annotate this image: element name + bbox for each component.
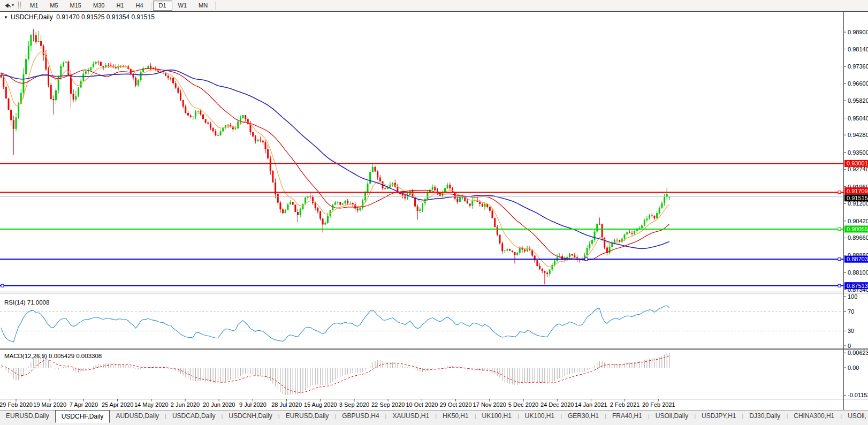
date-label: 2 Feb 2021 [610,401,640,408]
chart-tab-xauusd-h1[interactable]: XAUUSD,H1 [386,411,435,422]
chart-tab-usdjpy-h1[interactable]: USDJPY,H1 [696,411,742,422]
timeframe-button-h1[interactable]: H1 [110,1,130,11]
svg-text:0.00: 0.00 [848,365,859,371]
cursor-tool-button[interactable]: ▾ [2,1,16,10]
timeframe-button-m30[interactable]: M30 [87,1,110,11]
timeframe-button-group: M1M5M15M30H1H4D1W1MN [24,1,217,11]
svg-text:0.93001: 0.93001 [847,160,868,166]
svg-text:0.97360: 0.97360 [848,63,868,70]
svg-text:0.95820: 0.95820 [848,97,868,104]
timeframe-button-mn[interactable]: MN [193,1,214,11]
svg-text:30: 30 [848,328,854,334]
chart-tab-usoil[interactable]: USOil, [842,411,868,422]
chart-tab-usdcnh-daily[interactable]: USDCNH,Daily [223,411,278,422]
timeframe-button-w1[interactable]: W1 [172,1,193,11]
date-label: 14 Jan 2021 [575,401,607,408]
svg-text:0.96600: 0.96600 [848,80,868,87]
chart-tab-eurusd-daily[interactable]: EURUSD,Daily [0,411,55,422]
rsi-label: RSI(14) 71.0008 [4,299,49,306]
chart-tab-fra40-h1[interactable]: FRA40,H1 [606,411,648,422]
chart-tab-usoil-daily[interactable]: USOil,Daily [650,411,694,422]
date-label: 3 Sep 2020 [339,401,369,408]
toolbar-grip[interactable] [18,2,21,9]
svg-text:-0.011534: -0.011534 [848,392,868,398]
chart-arrow-icon [4,2,11,9]
symbol-quote-title: USDCHF,Daily 0.91470 0.91525 0.91354 0.9… [11,13,155,21]
chart-tab-ger30-h1[interactable]: GER30,H1 [562,411,605,422]
macd-label: MACD(12,26,9) 0.005429 0.003308 [4,353,102,359]
line-anchor-handle[interactable] [1,284,4,287]
svg-text:0.92740: 0.92740 [848,166,868,172]
chart-tab-uk100-h1[interactable]: UK100,H1 [476,411,517,422]
chart-tab-eurusd-daily[interactable]: EURUSD,Daily [280,411,335,422]
top-toolbar: ▾ M1M5M15M30H1H4D1W1MN [0,0,868,11]
line-anchor-handle[interactable] [838,191,841,194]
chart-tab-usdchf-daily[interactable]: USDCHF,Daily [55,410,110,423]
svg-text:0.88703: 0.88703 [847,256,868,262]
svg-text:100: 100 [848,293,857,300]
svg-text:0.93500: 0.93500 [848,149,868,156]
chart-tab-gbpusd-h4[interactable]: GBPUSD,H4 [336,411,385,422]
svg-text:0.98140: 0.98140 [848,46,868,52]
svg-text:0.91709: 0.91709 [847,188,868,194]
line-anchor-handle[interactable] [838,227,841,230]
chart-tab-china300-h1[interactable]: CHINA300,H1 [788,411,840,422]
mt4-window: { "toolbar": { "timeframes": ["M1","M5",… [0,0,868,425]
svg-text:70: 70 [848,308,854,315]
date-label: 2 Jun 2020 [171,401,200,408]
date-label: 24 Dec 2020 [540,401,574,408]
svg-text:0: 0 [848,343,851,349]
line-anchor-handle[interactable] [585,258,588,261]
svg-text:0.89660: 0.89660 [848,234,868,241]
date-label: 9 Jul 2020 [239,401,267,408]
timeframe-button-h4[interactable]: H4 [130,1,149,11]
date-label: 22 Sep 2020 [371,401,405,408]
date-label: 19 Mar 2020 [33,401,66,408]
svg-text:0.90420: 0.90420 [848,218,868,224]
date-label: 25 Apr 2020 [102,401,133,408]
date-label: 15 Aug 2020 [304,401,337,408]
chevron-down-icon: ▾ [12,3,14,8]
svg-text:0.91515: 0.91515 [847,195,868,201]
line-anchor-handle[interactable] [838,258,841,261]
svg-text:0.87513: 0.87513 [847,283,868,289]
timeframe-button-d1[interactable]: D1 [153,1,172,11]
timeframe-button-m1[interactable]: M1 [24,1,44,11]
chart-tab-usdcad-daily[interactable]: USDCAD,Daily [166,411,222,422]
chart-tab-bar: EURUSD,DailyUSDCHF,DailyAUDUSD,Daily|USD… [0,410,868,425]
date-label: 17 Nov 2020 [473,401,506,408]
date-label: 20 Feb 2021 [642,401,675,408]
svg-text:0.98900: 0.98900 [848,29,868,35]
chart-canvas[interactable]: 0.989000.981400.973600.966000.958200.950… [0,11,868,410]
svg-text:0.95040: 0.95040 [848,115,868,122]
chart-tab-dj30-daily[interactable]: DJ30,Daily [743,411,786,422]
timeframe-button-m15[interactable]: M15 [64,1,87,11]
chart-tab-uk100-h1[interactable]: UK100,H1 [519,411,560,422]
date-label: 5 Dec 2020 [508,401,538,408]
date-label: 29 Feb 2020 [0,401,33,408]
toolbar-separator [151,2,151,10]
line-anchor-handle[interactable] [838,284,841,287]
symbol-dropdown-icon[interactable]: ▼ [4,15,8,20]
chart-tab-audusd-daily[interactable]: AUDUSD,Daily [110,411,165,422]
date-label: 7 Apr 2020 [70,401,98,408]
toolbar-separator [215,2,216,10]
date-label: 10 Oct 2020 [406,401,438,408]
date-label: 14 May 2020 [134,401,169,408]
date-label: 29 Oct 2020 [440,401,472,408]
timeframe-button-m5[interactable]: M5 [44,1,64,11]
date-label: 28 Jul 2020 [271,401,302,408]
svg-text:0.94280: 0.94280 [848,132,868,138]
svg-text:0.90055: 0.90055 [847,226,868,232]
chart-tabs: EURUSD,DailyUSDCHF,DailyAUDUSD,Daily|USD… [0,411,868,423]
date-label: 20 Jun 2020 [203,401,235,408]
svg-text:0.006237: 0.006237 [848,350,868,356]
svg-text:0.88100: 0.88100 [848,269,868,276]
chart-tab-hk50-h1[interactable]: HK50,H1 [437,411,475,422]
